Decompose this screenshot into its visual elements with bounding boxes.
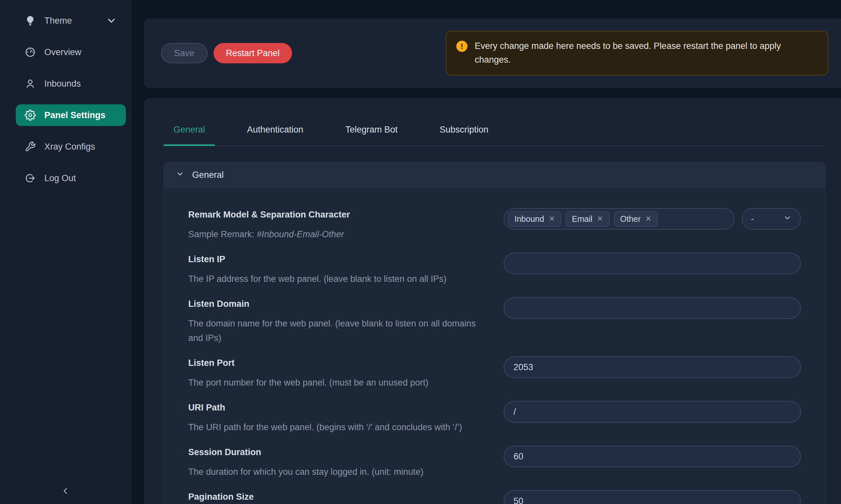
main-content: Save Restart Panel ! Every change made h… xyxy=(132,0,841,504)
lightbulb-icon xyxy=(24,15,36,26)
sidebar-item-xray-configs[interactable]: Xray Configs xyxy=(16,136,126,158)
dashboard-gauge-icon xyxy=(24,47,36,58)
tag-inbound: Inbound ✕ xyxy=(508,211,561,227)
toolbar-card: Save Restart Panel ! Every change made h… xyxy=(144,18,841,88)
settings-card: General Authentication Telegram Bot Subs… xyxy=(144,98,841,504)
listen-ip-desc: The IP address for the web panel. (leave… xyxy=(188,272,491,286)
session-duration-input[interactable] xyxy=(504,446,801,467)
remark-model-label: Remark Model & Separation Character xyxy=(188,208,504,221)
tag-remove-icon[interactable]: ✕ xyxy=(549,215,554,223)
tag-email: Email ✕ xyxy=(566,211,610,227)
listen-domain-label: Listen Domain xyxy=(188,297,504,310)
form-row-listen-domain: Listen Domain The domain name for the we… xyxy=(188,297,801,345)
pagination-size-label: Pagination Size xyxy=(188,490,504,503)
tab-authentication[interactable]: Authentication xyxy=(237,123,313,145)
form-row-remark-model: Remark Model & Separation Character Samp… xyxy=(188,208,801,241)
alert-text: Every change made here needs to be saved… xyxy=(475,39,818,67)
form-row-uri-path: URI Path The URI path for the web panel.… xyxy=(188,401,801,434)
logout-icon xyxy=(24,173,36,184)
tag-other: Other ✕ xyxy=(614,211,658,227)
sidebar-item-label: Xray Configs xyxy=(44,142,95,152)
listen-ip-label: Listen IP xyxy=(188,253,504,266)
save-button[interactable]: Save xyxy=(161,43,208,63)
sidebar: Theme Overview Inbounds Panel Settings xyxy=(0,0,132,504)
form-row-pagination-size: Pagination Size xyxy=(188,490,801,504)
tabs-bar: General Authentication Telegram Bot Subs… xyxy=(164,98,826,146)
general-section-header[interactable]: General xyxy=(164,162,825,188)
restart-panel-button[interactable]: Restart Panel xyxy=(213,43,292,63)
chevron-left-icon xyxy=(61,486,71,497)
wrench-icon xyxy=(24,141,36,152)
chevron-down-icon xyxy=(106,15,117,26)
warning-icon: ! xyxy=(456,41,467,52)
uri-path-label: URI Path xyxy=(188,401,504,414)
chevron-down-icon xyxy=(783,214,792,224)
session-duration-desc: The duration for which you can stay logg… xyxy=(188,465,491,479)
tab-general[interactable]: General xyxy=(164,123,215,145)
sidebar-item-panel-settings[interactable]: Panel Settings xyxy=(16,104,126,126)
sidebar-item-inbounds[interactable]: Inbounds xyxy=(16,73,126,94)
uri-path-input[interactable] xyxy=(504,401,801,422)
remark-model-desc: Sample Remark: #Inbound-Email-Other xyxy=(188,227,491,241)
app-root: Theme Overview Inbounds Panel Settings xyxy=(0,0,841,504)
form-row-session-duration: Session Duration The duration for which … xyxy=(188,446,801,479)
tag-label: Email xyxy=(572,214,593,224)
section-body: Remark Model & Separation Character Samp… xyxy=(164,188,825,504)
separator-select[interactable]: - xyxy=(742,208,801,230)
tag-remove-icon[interactable]: ✕ xyxy=(597,215,603,223)
gear-icon xyxy=(24,110,36,121)
session-duration-label: Session Duration xyxy=(188,446,504,459)
sidebar-item-theme[interactable]: Theme xyxy=(16,10,126,32)
listen-port-desc: The port number for the web panel. (must… xyxy=(188,375,491,390)
listen-port-label: Listen Port xyxy=(188,356,504,370)
sidebar-item-label: Overview xyxy=(44,47,82,57)
tab-telegram-bot[interactable]: Telegram Bot xyxy=(336,123,407,145)
form-row-listen-ip: Listen IP The IP address for the web pan… xyxy=(188,253,801,286)
sample-remark-value: #Inbound-Email-Other xyxy=(257,229,344,239)
toolbar-buttons: Save Restart Panel xyxy=(161,43,292,63)
tag-label: Other xyxy=(620,214,641,224)
sidebar-item-label: Inbounds xyxy=(44,79,81,89)
remark-model-multiselect[interactable]: Inbound ✕ Email ✕ Other ✕ xyxy=(504,208,735,230)
sample-remark-prefix: Sample Remark: xyxy=(188,229,257,239)
section-title: General xyxy=(192,170,224,180)
sidebar-item-label: Log Out xyxy=(44,173,76,183)
chevron-down-icon xyxy=(176,169,184,180)
tag-remove-icon[interactable]: ✕ xyxy=(645,215,651,223)
warning-alert: ! Every change made here needs to be sav… xyxy=(446,31,828,75)
listen-domain-input[interactable] xyxy=(504,297,801,319)
sidebar-item-overview[interactable]: Overview xyxy=(16,41,126,63)
separator-select-value: - xyxy=(751,214,754,224)
listen-port-input[interactable] xyxy=(504,356,801,378)
pagination-size-input[interactable] xyxy=(504,490,801,504)
sidebar-item-log-out[interactable]: Log Out xyxy=(16,167,126,189)
sidebar-collapse-button[interactable] xyxy=(0,486,132,497)
listen-domain-desc: The domain name for the web panel. (leav… xyxy=(188,316,491,345)
listen-ip-input[interactable] xyxy=(504,253,801,274)
uri-path-desc: The URI path for the web panel. (begins … xyxy=(188,420,491,434)
user-icon xyxy=(24,78,36,89)
tag-label: Inbound xyxy=(514,214,544,224)
general-section: General Remark Model & Separation Charac… xyxy=(164,162,826,504)
sidebar-item-label: Panel Settings xyxy=(44,110,105,121)
sidebar-item-label: Theme xyxy=(44,16,72,26)
tab-subscription[interactable]: Subscription xyxy=(430,123,498,145)
form-row-listen-port: Listen Port The port number for the web … xyxy=(188,356,801,390)
